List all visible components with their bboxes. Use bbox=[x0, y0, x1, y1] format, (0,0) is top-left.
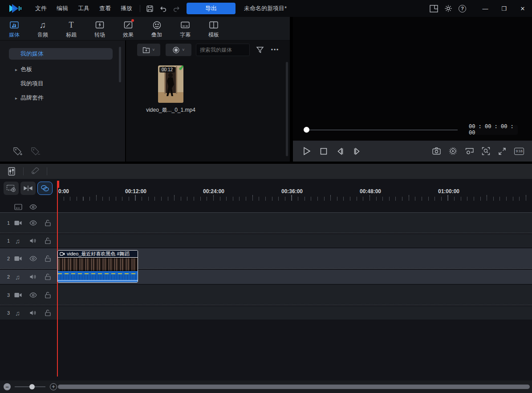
tab-effects[interactable]: 效果 bbox=[114, 17, 142, 40]
preview-seekbar[interactable] bbox=[306, 130, 458, 130]
play-button[interactable] bbox=[303, 146, 311, 156]
tab-template[interactable]: 模板 bbox=[199, 17, 228, 40]
menu-edit[interactable]: 编辑 bbox=[52, 3, 73, 14]
effects-new-badge bbox=[131, 19, 134, 22]
timeline-horizontal-scrollbar[interactable] bbox=[58, 385, 530, 389]
video-track-3[interactable]: 3 bbox=[0, 285, 532, 305]
lock-open-icon[interactable] bbox=[45, 237, 51, 244]
stop-button[interactable] bbox=[320, 148, 327, 155]
preview-panel: 00 : 00 : 00 : 00 bbox=[293, 17, 532, 162]
close-button[interactable]: ✕ bbox=[513, 0, 532, 17]
more-options-button[interactable]: ••• bbox=[269, 45, 281, 55]
toolbar-divider bbox=[47, 167, 47, 175]
sidebar-item-my-projects[interactable]: 我的项目 bbox=[9, 78, 113, 89]
tab-subtitle[interactable]: 字幕 bbox=[171, 17, 199, 40]
menu-tools[interactable]: 工具 bbox=[73, 3, 94, 14]
speaker-icon[interactable] bbox=[29, 310, 37, 316]
project-title: 未命名的新项目* bbox=[244, 0, 287, 17]
undo-button[interactable] bbox=[156, 3, 170, 14]
preview-quality-icon[interactable] bbox=[465, 147, 474, 155]
import-media-button[interactable]: ˅ bbox=[137, 44, 160, 56]
minimize-button[interactable]: — bbox=[476, 0, 495, 17]
undo-icon bbox=[159, 5, 167, 12]
help-icon[interactable]: ? bbox=[459, 5, 466, 12]
tab-overlay[interactable]: 叠加 bbox=[142, 17, 171, 40]
zoom-in-button[interactable]: + bbox=[50, 383, 57, 390]
media-item-filename[interactable]: video_最..._0_1.mp4 bbox=[138, 106, 203, 114]
lock-open-icon[interactable] bbox=[45, 255, 51, 262]
eye-icon[interactable] bbox=[29, 255, 37, 261]
music-note-icon: ♫ bbox=[15, 273, 20, 281]
menu-play[interactable]: 播放 bbox=[116, 3, 137, 14]
save-button[interactable] bbox=[143, 3, 156, 14]
razor-tool-button[interactable] bbox=[30, 166, 41, 177]
lock-open-icon[interactable] bbox=[45, 292, 51, 299]
previous-frame-button[interactable] bbox=[336, 147, 344, 155]
timeline-bottom-bar: − + bbox=[0, 381, 532, 393]
lock-open-icon[interactable] bbox=[45, 273, 51, 280]
filter-funnel-icon bbox=[256, 46, 264, 54]
music-note-icon: ♫ bbox=[15, 309, 20, 317]
zoom-slider-handle[interactable] bbox=[29, 384, 35, 389]
clip-title-bar: video_最近好喜欢黑色 #舞蹈 bbox=[58, 251, 138, 258]
timeline-settings-button[interactable] bbox=[6, 166, 17, 177]
clip-audio-waveform bbox=[58, 271, 138, 282]
eye-icon[interactable] bbox=[29, 292, 37, 298]
audio-track-1[interactable]: 1 ♫ bbox=[0, 234, 532, 247]
sidebar-item-brand-kit[interactable]: ▸ 品牌套件 bbox=[9, 92, 113, 104]
music-note-icon: ♫ bbox=[38, 20, 48, 30]
audio-track-3[interactable]: 3 ♫ bbox=[0, 306, 532, 320]
aspect-ratio-button[interactable]: 9:16 bbox=[514, 148, 524, 155]
subtitle-track-icon[interactable] bbox=[14, 204, 22, 210]
expand-arrow-icon[interactable]: ▸ bbox=[15, 96, 17, 101]
record-button[interactable]: ˅ bbox=[166, 44, 191, 56]
menu-view[interactable]: 查看 bbox=[94, 3, 116, 14]
speaker-icon[interactable] bbox=[29, 238, 37, 244]
media-scrollbar[interactable] bbox=[286, 62, 288, 156]
subtitle-track-header bbox=[0, 201, 532, 213]
toolbar-divider bbox=[23, 167, 24, 175]
clip-filmstrip bbox=[58, 258, 138, 271]
filter-button[interactable] bbox=[254, 45, 266, 55]
eye-icon[interactable] bbox=[29, 204, 37, 210]
sidebar-scrollbar[interactable] bbox=[119, 47, 121, 82]
ellipsis-icon: ••• bbox=[271, 47, 280, 53]
snapshot-camera-icon[interactable] bbox=[432, 147, 441, 155]
timeline-panel: 0:00 00:12:00 00:24:00 00:36:00 00:48:00… bbox=[0, 179, 532, 381]
export-button[interactable]: 导出 bbox=[187, 3, 236, 14]
sidebar-item-my-media[interactable]: 我的媒体 bbox=[9, 48, 113, 60]
next-frame-button[interactable] bbox=[353, 147, 361, 155]
maximize-button[interactable]: ❒ bbox=[495, 0, 513, 17]
template-icon bbox=[209, 20, 219, 30]
render-preview-icon[interactable] bbox=[449, 147, 457, 155]
lock-open-icon[interactable] bbox=[45, 219, 51, 227]
video-track-1[interactable]: 1 bbox=[0, 213, 532, 233]
fullscreen-icon[interactable] bbox=[498, 147, 506, 155]
tag-actions bbox=[12, 146, 41, 156]
plus-icon: + bbox=[52, 384, 55, 389]
seekbar-handle[interactable] bbox=[304, 127, 309, 133]
snap-toggle-button[interactable] bbox=[20, 182, 36, 195]
add-tag-icon[interactable] bbox=[12, 146, 23, 156]
search-input[interactable] bbox=[196, 44, 250, 56]
speaker-icon[interactable] bbox=[29, 274, 37, 280]
gear-icon[interactable] bbox=[444, 4, 452, 12]
eye-icon[interactable] bbox=[29, 220, 37, 226]
tab-transition[interactable]: 转场 bbox=[85, 17, 114, 40]
redo-button[interactable] bbox=[170, 3, 183, 14]
tab-media[interactable]: 媒体 bbox=[0, 17, 28, 40]
menu-file[interactable]: 文件 bbox=[30, 3, 52, 14]
zoom-selection-icon[interactable] bbox=[482, 147, 490, 155]
manage-tracks-button[interactable] bbox=[4, 182, 19, 195]
remove-tag-icon[interactable] bbox=[30, 146, 41, 156]
auto-ripple-link-button[interactable] bbox=[37, 182, 53, 195]
camera-icon bbox=[14, 255, 22, 261]
tab-audio[interactable]: ♫ 音频 bbox=[28, 17, 57, 40]
sidebar-item-color-board[interactable]: ▸ 色板 bbox=[9, 64, 113, 75]
lock-open-icon[interactable] bbox=[45, 309, 51, 316]
expand-arrow-icon[interactable]: ▸ bbox=[15, 67, 17, 72]
layout-icon[interactable] bbox=[430, 5, 438, 12]
tab-title[interactable]: T 标题 bbox=[57, 17, 85, 40]
zoom-out-button[interactable]: − bbox=[4, 383, 11, 390]
timeline-clip[interactable]: video_最近好喜欢黑色 #舞蹈 bbox=[57, 250, 138, 283]
